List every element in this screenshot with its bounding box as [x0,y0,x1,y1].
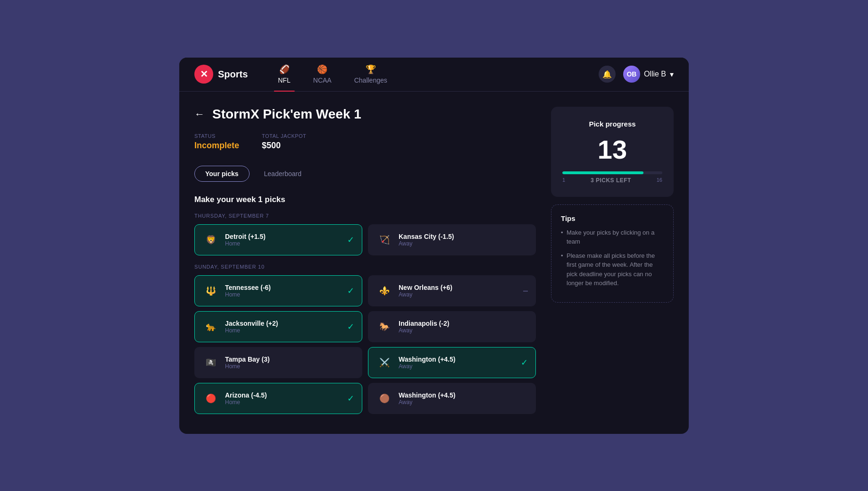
day-label-thursday: THURSDAY, SEPTEMBER 7 [194,213,536,219]
tab-leaderboard[interactable]: Leaderboard [253,166,312,182]
matchup-row-3: 🏴‍☠️ Tampa Bay (3) Home ⚔️ Washington (+… [194,347,536,378]
user-menu[interactable]: OB Ollie B ▾ [623,66,674,83]
matchup-row: 🦁 Detroit (+1.5) Home ✓ 🏹 Kansas City (-… [194,224,536,255]
jackpot-item: TOTAL JACKPOT $500 [262,133,306,151]
jackpot-value: $500 [262,141,306,151]
arizona-name: Arizona (-4.5) [225,391,342,399]
washington-location: Away [399,399,528,406]
back-button[interactable]: ← [194,108,205,120]
tips-card: Tips Make your picks by clicking on a te… [551,204,674,303]
minnesota-name: Washington (+4.5) [399,356,515,363]
kc-icon: 🏹 [376,231,393,248]
page-header: ← StormX Pick'em Week 1 [194,107,536,122]
team-card-detroit[interactable]: 🦁 Detroit (+1.5) Home ✓ [194,224,362,255]
page-title: StormX Pick'em Week 1 [212,107,361,122]
dash-icon: – [523,286,528,296]
nav-right: 🔔 OB Ollie B ▾ [599,66,674,83]
kc-location: Away [399,240,528,247]
nav-bar: ✕ Sports 🏈 NFL 🏀 NCAA 🏆 Challenges 🔔 OB … [179,58,689,92]
neworleans-name: New Orleans (+6) [399,284,517,291]
neworleans-icon: ⚜️ [376,282,393,299]
tips-list: Make your picks by clicking on a team Pl… [561,228,664,288]
tennessee-name: Tennessee (-6) [225,284,342,291]
status-value: Incomplete [194,141,239,151]
challenges-icon: 🏆 [366,64,376,75]
jackpot-label: TOTAL JACKPOT [262,133,306,139]
picks-left-label: 3 PICKS LEFT [591,177,631,184]
nav-tabs: 🏈 NFL 🏀 NCAA 🏆 Challenges [267,60,599,88]
matchup-row-2: 🐆 Jacksonville (+2) Home ✓ 🐎 Indianapoli… [194,311,536,342]
ncaa-label: NCAA [313,76,332,84]
team-card-neworleans[interactable]: ⚜️ New Orleans (+6) Away – [368,275,536,306]
ncaa-icon: 🏀 [317,64,327,75]
meta-row: STATUS Incomplete TOTAL JACKPOT $500 [194,133,536,151]
view-tabs: Your picks Leaderboard [194,166,536,182]
indianapolis-name: Indianapolis (-2) [399,320,528,327]
arizona-icon: 🔴 [202,390,219,407]
nav-tab-challenges[interactable]: 🏆 Challenges [343,60,399,88]
team-card-tampabay[interactable]: 🏴‍☠️ Tampa Bay (3) Home [194,347,362,378]
jacksonville-location: Home [225,327,342,334]
minnesota-location: Away [399,363,515,370]
check-icon: ✓ [347,235,354,245]
indianapolis-location: Away [399,327,528,334]
logo-icon: ✕ [194,65,213,84]
tampabay-icon: 🏴‍☠️ [202,354,219,371]
status-item: STATUS Incomplete [194,133,239,151]
kc-name: Kansas City (-1.5) [399,233,528,240]
status-label: STATUS [194,133,239,139]
tips-title: Tips [561,214,664,222]
tennessee-icon: 🔱 [202,282,219,299]
tennessee-location: Home [225,291,342,298]
detroit-icon: 🦁 [202,231,219,248]
team-card-minnesota[interactable]: ⚔️ Washington (+4.5) Away ✓ [368,347,536,378]
app-window: ✕ Sports 🏈 NFL 🏀 NCAA 🏆 Challenges 🔔 OB … [179,58,689,434]
progress-title: Pick progress [562,120,662,128]
chevron-down-icon: ▾ [670,70,674,79]
progress-card: Pick progress 13 1 3 PICKS LEFT 16 [551,107,674,197]
detroit-location: Home [225,240,342,247]
notification-bell[interactable]: 🔔 [599,66,616,83]
detroit-name: Detroit (+1.5) [225,233,342,240]
nfl-label: NFL [278,76,290,84]
challenges-label: Challenges [354,76,387,84]
arizona-location: Home [225,399,342,406]
tip-item-2: Please make all picks before the first g… [561,251,664,288]
tab-your-picks[interactable]: Your picks [194,166,250,182]
content-area: ← StormX Pick'em Week 1 STATUS Incomplet… [194,107,536,419]
team-card-washington[interactable]: 🟤 Washington (+4.5) Away [368,383,536,414]
jacksonville-icon: 🐆 [202,318,219,335]
team-card-tennessee[interactable]: 🔱 Tennessee (-6) Home ✓ [194,275,362,306]
washington-icon: 🟤 [376,390,393,407]
matchup-row-4: 🔴 Arizona (-4.5) Home ✓ 🟤 Washington (+4… [194,383,536,414]
check-icon: ✓ [347,322,354,332]
matchup-row-1: 🔱 Tennessee (-6) Home ✓ ⚜️ New Orleans (… [194,275,536,306]
jacksonville-name: Jacksonville (+2) [225,320,342,327]
tip-item-1: Make your picks by clicking on a team [561,228,664,246]
progress-number: 13 [562,136,662,163]
check-icon: ✓ [347,286,354,296]
user-name: Ollie B [644,70,666,78]
sidebar: Pick progress 13 1 3 PICKS LEFT 16 Tips [551,107,674,419]
neworleans-location: Away [399,291,517,298]
tampabay-location: Home [225,363,354,370]
main-content: ← StormX Pick'em Week 1 STATUS Incomplet… [179,92,689,434]
minnesota-icon: ⚔️ [376,354,393,371]
team-card-indianapolis[interactable]: 🐎 Indianapolis (-2) Away [368,311,536,342]
progress-bar-fill [562,171,643,174]
tampabay-name: Tampa Bay (3) [225,356,354,363]
avatar: OB [623,66,640,83]
progress-bar-container: 1 3 PICKS LEFT 16 [562,171,662,184]
team-card-kc[interactable]: 🏹 Kansas City (-1.5) Away [368,224,536,255]
progress-bar-bg [562,171,662,174]
nav-tab-nfl[interactable]: 🏈 NFL [267,60,301,88]
team-card-arizona[interactable]: 🔴 Arizona (-4.5) Home ✓ [194,383,362,414]
team-card-jacksonville[interactable]: 🐆 Jacksonville (+2) Home ✓ [194,311,362,342]
logo-text: Sports [218,69,248,80]
progress-bar-labels: 1 3 PICKS LEFT 16 [562,177,662,184]
washington-name: Washington (+4.5) [399,391,528,399]
progress-max: 16 [657,177,662,184]
progress-min: 1 [562,177,565,184]
picks-heading: Make your week 1 picks [194,195,536,204]
nav-tab-ncaa[interactable]: 🏀 NCAA [302,60,343,88]
